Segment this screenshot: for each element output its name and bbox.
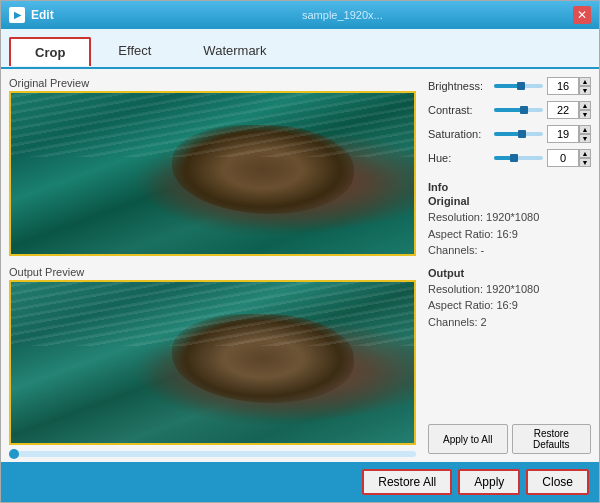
brightness-control: Brightness: 16 ▲ ▼ [428, 77, 591, 95]
saturation-value[interactable]: 19 [547, 125, 579, 143]
original-preview-section: Original Preview [9, 77, 416, 262]
info-group: Info Original Resolution: 1920*1080 Aspe… [428, 181, 591, 259]
output-info-group: Output Resolution: 1920*1080 Aspect Rati… [428, 267, 591, 331]
restore-all-button[interactable]: Restore All [362, 469, 452, 495]
saturation-thumb[interactable] [518, 130, 526, 138]
contrast-thumb[interactable] [520, 106, 528, 114]
hue-value[interactable]: 0 [547, 149, 579, 167]
tab-watermark[interactable]: Watermark [178, 36, 291, 64]
original-info-label: Original [428, 195, 591, 207]
hue-down[interactable]: ▼ [579, 158, 591, 167]
output-aspect-ratio: Aspect Ratio: 16:9 [428, 297, 591, 314]
apply-all-button[interactable]: Apply to All [428, 424, 508, 454]
seekbar[interactable] [9, 451, 416, 457]
output-preview-section: Output Preview [9, 266, 416, 445]
contrast-value[interactable]: 22 [547, 101, 579, 119]
saturation-down[interactable]: ▼ [579, 134, 591, 143]
contrast-control: Contrast: 22 ▲ ▼ [428, 101, 591, 119]
tab-effect[interactable]: Effect [93, 36, 176, 64]
seekbar-handle[interactable] [9, 449, 19, 459]
brightness-spinbox-arrows[interactable]: ▲ ▼ [579, 77, 591, 95]
hue-slider[interactable] [494, 156, 543, 160]
left-panel: Original Preview Output Preview [1, 69, 424, 462]
contrast-slider[interactable] [494, 108, 543, 112]
brightness-label: Brightness: [428, 80, 490, 92]
original-aspect-ratio: Aspect Ratio: 16:9 [428, 226, 591, 243]
saturation-spinbox-arrows[interactable]: ▲ ▼ [579, 125, 591, 143]
brightness-slider[interactable] [494, 84, 543, 88]
brightness-value[interactable]: 16 [547, 77, 579, 95]
hue-spinbox-arrows[interactable]: ▲ ▼ [579, 149, 591, 167]
edit-window: ▶ Edit sample_1920x... ✕ Crop Effect Wat… [0, 0, 600, 503]
tab-crop[interactable]: Crop [9, 37, 91, 66]
hue-up[interactable]: ▲ [579, 149, 591, 158]
hue-control: Hue: 0 ▲ ▼ [428, 149, 591, 167]
app-icon: ▶ [9, 7, 25, 23]
brightness-down[interactable]: ▼ [579, 86, 591, 95]
tab-bar: Crop Effect Watermark [1, 29, 599, 69]
output-info-label: Output [428, 267, 591, 279]
main-content: Original Preview Output Preview [1, 69, 599, 462]
bottom-bar: Restore All Apply Close [1, 462, 599, 502]
brightness-thumb[interactable] [517, 82, 525, 90]
right-actions: Apply to All Restore Defaults [428, 424, 591, 454]
brightness-up[interactable]: ▲ [579, 77, 591, 86]
original-channels: Channels: - [428, 242, 591, 259]
output-preview-box [9, 280, 416, 445]
close-dialog-button[interactable]: Close [526, 469, 589, 495]
saturation-up[interactable]: ▲ [579, 125, 591, 134]
output-preview-label: Output Preview [9, 266, 416, 278]
hue-thumb[interactable] [510, 154, 518, 162]
info-section: Info Original Resolution: 1920*1080 Aspe… [428, 181, 591, 338]
original-preview-image [11, 93, 414, 254]
info-label: Info [428, 181, 591, 193]
output-resolution: Resolution: 1920*1080 [428, 281, 591, 298]
hue-label: Hue: [428, 152, 490, 164]
original-preview-box [9, 91, 416, 256]
output-preview-image [11, 282, 414, 443]
saturation-slider[interactable] [494, 132, 543, 136]
seekbar-container [9, 451, 416, 457]
original-preview-label: Original Preview [9, 77, 416, 89]
apply-button[interactable]: Apply [458, 469, 520, 495]
output-channels: Channels: 2 [428, 314, 591, 331]
restore-defaults-button[interactable]: Restore Defaults [512, 424, 592, 454]
filename-label: sample_1920x... [302, 9, 573, 21]
contrast-spinbox-arrows[interactable]: ▲ ▼ [579, 101, 591, 119]
original-resolution: Resolution: 1920*1080 [428, 209, 591, 226]
contrast-label: Contrast: [428, 104, 490, 116]
saturation-label: Saturation: [428, 128, 490, 140]
saturation-control: Saturation: 19 ▲ ▼ [428, 125, 591, 143]
contrast-down[interactable]: ▼ [579, 110, 591, 119]
window-title: Edit [31, 8, 302, 22]
close-button[interactable]: ✕ [573, 6, 591, 24]
title-bar: ▶ Edit sample_1920x... ✕ [1, 1, 599, 29]
right-panel: Brightness: 16 ▲ ▼ Contrast: 22 [424, 69, 599, 462]
contrast-up[interactable]: ▲ [579, 101, 591, 110]
